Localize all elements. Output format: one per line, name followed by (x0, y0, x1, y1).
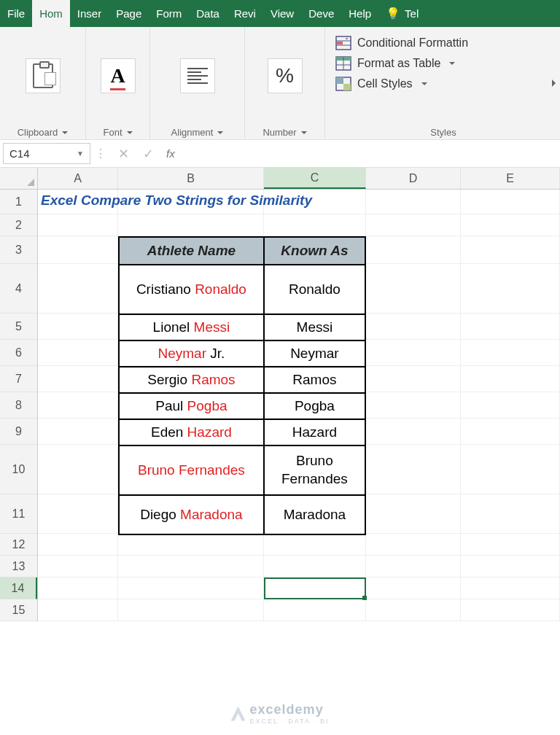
format-as-table-label: Format as Table (357, 57, 440, 70)
row-header-12[interactable]: 12 (0, 534, 37, 556)
row-header-5[interactable]: 5 (0, 314, 37, 340)
row-header-11[interactable]: 11 (0, 494, 37, 534)
table-row[interactable]: Cristiano Ronaldo (119, 265, 264, 314)
ribbon-group-alignment: Alignment (150, 27, 245, 139)
group-label-styles: Styles (335, 122, 551, 138)
chevron-down-icon (127, 131, 133, 134)
number-icon[interactable]: % (268, 58, 303, 93)
group-label-clipboard[interactable]: Clipboard (18, 124, 69, 138)
table-row[interactable]: Hazard (264, 419, 365, 446)
table-header-b[interactable]: Athlete Name (119, 237, 264, 265)
ribbon-tab-page[interactable]: Page (109, 0, 149, 27)
name-box[interactable]: C14 ▼ (3, 143, 90, 164)
formula-bar: C14 ▼ ⋮ ✕ ✓ fx (0, 140, 560, 168)
row-headers: 123456789101112131415 (0, 190, 38, 621)
fx-label[interactable]: fx (160, 140, 181, 167)
table-row[interactable]: Neymar (264, 341, 365, 367)
ribbon-tab-inser[interactable]: Inser (70, 0, 109, 27)
group-label-number[interactable]: Number (262, 124, 306, 138)
row-header-15[interactable]: 15 (0, 599, 37, 621)
row-header-8[interactable]: 8 (0, 392, 37, 419)
table-row[interactable]: Diego Maradona (119, 495, 264, 534)
chevron-down-icon (62, 131, 68, 134)
table-row[interactable]: Pogba (264, 393, 365, 419)
select-all-corner[interactable] (0, 168, 38, 189)
chevron-down-icon (217, 131, 223, 134)
column-header-D[interactable]: D (366, 168, 461, 189)
svg-rect-11 (343, 84, 351, 90)
ribbon-group-styles: ≠ Conditional Formattin Format as Table … (325, 27, 560, 139)
watermark-logo-icon (231, 707, 246, 721)
cell-styles-label: Cell Styles (357, 77, 413, 90)
watermark: exceldemy EXCEL · DATA · BI (231, 702, 330, 725)
number-label-text: Number (262, 127, 296, 138)
format-as-table-button[interactable]: Format as Table (335, 53, 551, 74)
ribbon-group-font: A Font (86, 27, 150, 139)
svg-rect-10 (336, 77, 343, 84)
table-row[interactable]: Ronaldo (264, 265, 365, 314)
table-row[interactable]: Bruno Fernandes (119, 446, 264, 495)
ribbon-group-clipboard: Clipboard (0, 27, 86, 139)
column-header-B[interactable]: B (118, 168, 264, 189)
chevron-down-icon: ▼ (77, 149, 84, 158)
row-header-1[interactable]: 1 (0, 190, 37, 214)
table-row[interactable]: Maradona (264, 495, 365, 534)
column-headers: ABCDE (0, 168, 560, 190)
tell-me-tab[interactable]: 💡Tel (378, 0, 426, 27)
enter-formula-button[interactable]: ✓ (136, 140, 160, 167)
ribbon-tab-file[interactable]: File (0, 0, 32, 27)
row-header-14[interactable]: 14 (0, 578, 37, 599)
conditional-formatting-button[interactable]: ≠ Conditional Formattin (335, 33, 551, 53)
svg-rect-3 (337, 42, 343, 44)
row-header-3[interactable]: 3 (0, 236, 37, 264)
ribbon-tab-view[interactable]: View (263, 0, 301, 27)
bulb-icon: 💡 (386, 7, 400, 20)
ribbon-tab-form[interactable]: Form (149, 0, 189, 27)
alignment-label-text: Alignment (171, 127, 214, 138)
table-row[interactable]: Eden Hazard (119, 419, 264, 446)
table-row[interactable]: Messi (264, 314, 365, 341)
group-label-font[interactable]: Font (103, 124, 132, 138)
chevron-down-icon (449, 62, 455, 65)
table-row[interactable]: Sergio Ramos (119, 367, 264, 393)
row-header-13[interactable]: 13 (0, 556, 37, 578)
watermark-sub: EXCEL · DATA · BI (250, 718, 330, 725)
row-header-7[interactable]: 7 (0, 366, 37, 392)
column-header-C[interactable]: C (264, 168, 366, 189)
table-row[interactable]: Paul Pogba (119, 393, 264, 419)
font-icon[interactable]: A (101, 58, 136, 93)
table-header-c[interactable]: Known As (264, 237, 365, 265)
ribbon: Clipboard A Font Alignment % Number ≠ Co… (0, 27, 560, 140)
ribbon-tab-help[interactable]: Help (341, 0, 378, 27)
watermark-brand: exceldemy (250, 702, 324, 717)
chevron-down-icon (421, 82, 427, 85)
row-header-6[interactable]: 6 (0, 340, 37, 366)
ribbon-expand-arrow-icon[interactable] (552, 79, 556, 87)
table-row[interactable]: Lionel Messi (119, 314, 264, 341)
svg-text:≠: ≠ (346, 36, 349, 41)
ribbon-tab-hom[interactable]: Hom (32, 0, 70, 27)
formula-input[interactable] (181, 140, 560, 167)
row-header-4[interactable]: 4 (0, 264, 37, 314)
clipboard-icon[interactable] (26, 58, 61, 93)
column-header-A[interactable]: A (38, 168, 118, 189)
ribbon-group-number: % Number (245, 27, 325, 139)
ribbon-tab-deve[interactable]: Deve (301, 0, 341, 27)
row-header-9[interactable]: 9 (0, 419, 37, 445)
cell-styles-icon (335, 77, 351, 91)
ribbon-tab-revi[interactable]: Revi (227, 0, 263, 27)
row-header-2[interactable]: 2 (0, 214, 37, 236)
cancel-formula-button[interactable]: ✕ (111, 140, 136, 167)
table-row[interactable]: Ramos (264, 367, 365, 393)
ribbon-tab-data[interactable]: Data (189, 0, 227, 27)
row-header-10[interactable]: 10 (0, 445, 37, 494)
column-header-E[interactable]: E (461, 168, 560, 189)
group-label-alignment[interactable]: Alignment (171, 124, 224, 138)
cells-area[interactable]: Excel Compare Two Strings for Similarity… (38, 190, 560, 621)
conditional-formatting-label: Conditional Formattin (357, 36, 468, 50)
table-row[interactable]: Bruno Fernandes (264, 446, 365, 495)
cell-styles-button[interactable]: Cell Styles (335, 74, 551, 94)
ribbon-tabs: FileHomInserPageFormDataReviViewDeveHelp… (0, 0, 560, 27)
table-row[interactable]: Neymar Jr. (119, 341, 264, 367)
alignment-icon[interactable] (180, 58, 215, 93)
